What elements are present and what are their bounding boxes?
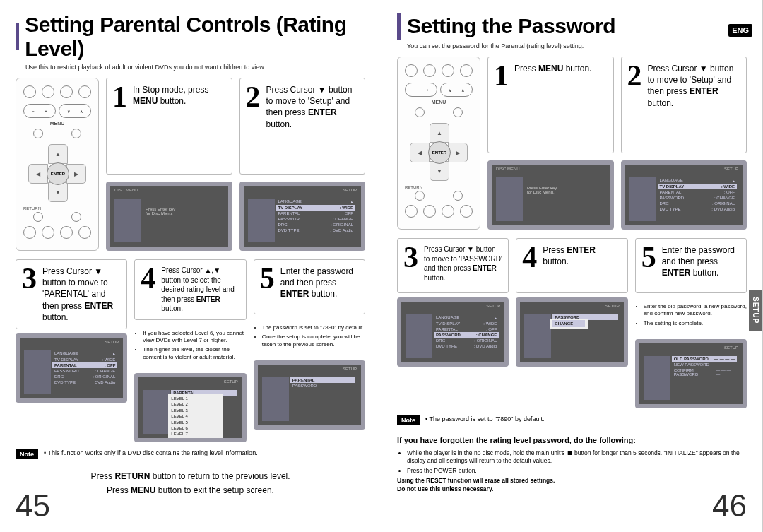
osd-pw-fields: OLD PASSWORD— — — —NEW PASSWORD— — — —CO…	[672, 356, 737, 400]
step-text: Press Cursor ▼ button to move to 'PASSWO…	[424, 244, 502, 283]
osd-menu-l3: LANGUAGE▸TV DISPLAY: WIDEPARENTAL: OFFPA…	[52, 350, 117, 394]
page-subtitle: You can set the password for the Parenta…	[407, 42, 747, 49]
dpad: ▲ ▼ ◀ ▶ ENTER	[28, 144, 86, 202]
step-4: 4 Press ENTER button.	[516, 238, 627, 293]
bullets-5: Enter the old password, a new password, …	[635, 303, 747, 329]
step-number: 1	[112, 84, 127, 111]
step-text: Enter the password and then press ENTER …	[662, 244, 740, 279]
tuning-pill: ∨∧	[59, 104, 91, 118]
remote-button	[60, 85, 73, 98]
remote-button	[42, 226, 54, 239]
remote-button	[423, 205, 436, 218]
remote-button	[42, 85, 54, 98]
remote-control: −+ ∨∧ MENU ▲ ▼ ◀ ▶ ENTER RETURN	[16, 78, 99, 251]
remote-small-button	[453, 191, 463, 201]
step-text: Press Cursor ▼ button to move to 'Setup'…	[648, 63, 741, 109]
note-badge: Note	[16, 449, 38, 459]
osd-menu-r2: LANGUAGE▸TV DISPLAY: WIDEPARENTAL: OFFPA…	[658, 177, 738, 221]
step-4: 4 Press Cursor ▲,▼ button to select the …	[134, 259, 246, 320]
note-badge: Note	[397, 415, 420, 425]
step-text: Press MENU button.	[514, 63, 591, 74]
forgot-list: While the player is in the no disc mode,…	[397, 449, 747, 476]
note-row: Note • The password is set to "7890" by …	[397, 415, 747, 425]
dpad-right: ▶	[448, 143, 468, 162]
osd-screenshot: SETUP PASSWORD CHANGE	[516, 297, 627, 367]
tuning-pill: ∨∧	[440, 83, 473, 97]
steps-column: 1 Press MENU button. 2 Press Cursor ▼ bu…	[487, 57, 747, 230]
step-number: 4	[522, 244, 537, 271]
volume-pill: −+	[23, 104, 56, 118]
step-text: Press ENTER button.	[543, 244, 621, 267]
remote-button	[405, 64, 418, 77]
remote-button	[442, 64, 454, 77]
menu-label: MENU	[50, 121, 65, 126]
remote-control: −+ ∨∧ MENU ▲ ▼ ◀ ▶ ENTER RETURN	[397, 57, 480, 230]
remote-small-button	[71, 212, 81, 222]
remote-button	[60, 226, 73, 239]
accent-bar	[16, 23, 19, 50]
step-number: 1	[494, 63, 509, 90]
remote-small-button	[415, 107, 425, 117]
content-area: −+ ∨∧ MENU ▲ ▼ ◀ ▶ ENTER RETURN 1 Press …	[397, 57, 747, 230]
remote-button	[78, 85, 91, 98]
step-number: 5	[641, 244, 656, 271]
remote-small-button	[71, 129, 81, 138]
step-text: Press Cursor ▼ button to move to 'PARENT…	[42, 266, 121, 323]
remote-button	[460, 205, 473, 218]
osd-popup: LEVEL 1LEVEL 2LEVEL 3LEVEL 4LEVEL 5LEVEL…	[168, 394, 223, 439]
footer: Press RETURN button to return to the pre…	[16, 469, 365, 498]
page-45: Setting Parental Controls (Rating Level)…	[0, 0, 382, 532]
lower-grid: 3 Press Cursor ▼ button to move to 'PARE…	[16, 259, 365, 442]
step-1: 1 In Stop mode, press MENU button.	[106, 78, 232, 175]
dpad-enter: ENTER	[428, 141, 451, 164]
remote-button	[78, 226, 91, 239]
dpad: ▲ ▼ ◀ ▶ ENTER	[410, 123, 468, 181]
page-number: 45	[16, 488, 50, 524]
osd-screenshot: SETUP PARENTAL PASSWORD— — — —	[254, 360, 365, 430]
osd-screenshot: SETUP LANGUAGE▸TV DISPLAY: WIDEPARENTAL:…	[621, 160, 747, 230]
note-row: Note • This function works only if a DVD…	[16, 449, 365, 459]
menu-label: MENU	[432, 100, 446, 105]
step-number: 2	[627, 63, 642, 90]
forgot-section: If you have forgotten the rating level p…	[397, 435, 747, 494]
step-text: In Stop mode, press MENU button.	[133, 84, 226, 107]
step-number: 2	[246, 84, 261, 111]
page-title: Setting Parental Controls (Rating Level)	[25, 13, 365, 61]
step-text: Enter the password and then press ENTER …	[280, 266, 359, 300]
remote-small-button	[453, 107, 463, 117]
page-number: 46	[712, 488, 747, 524]
step-3: 3 Press Cursor ▼ button to move to 'PASS…	[397, 238, 509, 293]
dpad-down: ▼	[48, 182, 68, 202]
steps-column: 1 In Stop mode, press MENU button. 2 Pre…	[106, 78, 365, 251]
page-46: ENG SETUP Setting the Password You can s…	[382, 0, 763, 532]
dpad-up: ▲	[48, 144, 68, 164]
osd-screenshot: DISC MENU Press Enter keyfor Disc Menu.	[487, 160, 614, 230]
step-number: 5	[260, 266, 275, 292]
title-row: Setting the Password	[397, 13, 747, 40]
volume-pill: −+	[405, 83, 437, 97]
remote-small-button	[33, 212, 43, 222]
osd-menu-r3: LANGUAGE▸TV DISPLAY: WIDEPARENTAL: OFFPA…	[434, 314, 499, 358]
remote-button	[405, 205, 418, 218]
accent-bar	[397, 13, 401, 40]
step-1: 1 Press MENU button.	[487, 57, 614, 153]
osd-screenshot: SETUP LANGUAGE▸TV DISPLAY: WIDEPARENTAL:…	[397, 297, 509, 367]
dpad-down: ▼	[430, 161, 449, 181]
step-number: 4	[141, 266, 155, 292]
remote-button	[442, 205, 454, 218]
step-text: Press Cursor ▲,▼ button to select the de…	[161, 266, 239, 314]
osd-menu-l2: LANGUAGE▸TV DISPLAY: WIDEPARENTAL: OFFPA…	[276, 199, 356, 242]
osd-screenshot: SETUP LANGUAGE▸TV DISPLAY: WIDEPARENTAL:…	[239, 182, 366, 251]
step-2: 2 Press Cursor ▼ button to move to 'Setu…	[239, 78, 366, 175]
remote-small-button	[33, 129, 43, 138]
remote-small-button	[415, 191, 425, 201]
dpad-enter: ENTER	[47, 162, 69, 185]
dpad-left: ◀	[28, 164, 48, 184]
remote-button	[23, 85, 36, 98]
osd-screenshot: DISC MENU Press Enter keyfor Disc Menu.	[106, 182, 232, 251]
dpad-right: ▶	[66, 164, 86, 184]
remote-button	[460, 64, 473, 77]
bullets-4: If you have selected Level 6, you cannot…	[134, 330, 246, 364]
step-3: 3 Press Cursor ▼ button to move to 'PARE…	[16, 259, 127, 329]
osd-screenshot: SETUP LANGUAGE▸TV DISPLAY: WIDEPARENTAL:…	[16, 333, 127, 403]
